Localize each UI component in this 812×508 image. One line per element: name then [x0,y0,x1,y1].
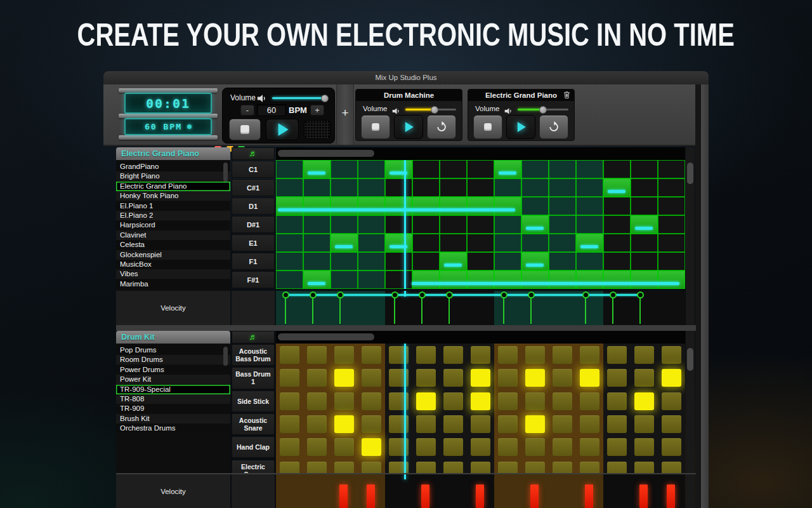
drum-row-label[interactable]: Acoustic Bass Drum [232,344,275,366]
piano-empty-cell[interactable] [576,215,603,234]
piano-empty-cell[interactable] [276,215,303,234]
loop-button[interactable] [539,115,568,139]
drum-pad[interactable] [307,415,327,433]
play-button[interactable] [506,115,535,139]
velocity-bar[interactable] [639,485,648,508]
drum-pad[interactable] [580,392,599,410]
playhead[interactable] [404,344,406,473]
trash-icon[interactable] [563,91,570,102]
velocity-marker[interactable] [310,291,317,298]
piano-empty-cell[interactable] [549,160,576,178]
drum-pad[interactable] [634,438,654,456]
bpm-decrease-button[interactable]: - [240,105,254,116]
piano-note-cell[interactable] [385,160,412,178]
drum-pad[interactable] [471,462,490,474]
drum-pad[interactable] [280,462,299,474]
piano-empty-cell[interactable] [358,271,385,289]
drum-pad[interactable] [334,462,354,474]
piano-note-cell[interactable] [440,252,467,271]
velocity-bar[interactable] [476,485,484,508]
drum-pad[interactable] [307,346,327,364]
drum-pad[interactable] [553,462,572,474]
piano-note-cell[interactable] [521,215,549,234]
piano-note-cell[interactable] [658,271,685,289]
drum-pad[interactable] [443,438,463,456]
piano-note-cell[interactable] [358,197,385,215]
drum-pad[interactable] [662,438,681,456]
drum-pad[interactable] [553,346,572,364]
piano-note-cell[interactable] [494,160,521,178]
piano-empty-cell[interactable] [440,234,467,252]
list-item[interactable]: Celesta [116,240,230,250]
drum-pad[interactable] [416,462,436,474]
drum-pad[interactable] [553,438,572,456]
piano-empty-cell[interactable] [303,234,331,252]
piano-note-cell[interactable] [603,271,631,289]
piano-note-cell[interactable] [412,271,440,289]
piano-empty-cell[interactable] [603,197,631,215]
velocity-marker-stem[interactable] [394,298,395,324]
piano-note-cell[interactable] [494,271,521,289]
piano-empty-cell[interactable] [412,178,440,197]
list-item[interactable]: Honky Tonk Piano [116,191,230,201]
piano-empty-cell[interactable] [358,215,385,234]
piano-empty-cell[interactable] [358,160,385,178]
piano-empty-cell[interactable] [631,197,658,215]
drum-pad[interactable] [553,415,572,433]
drum-vscroll-thumb[interactable] [687,348,693,371]
drum-pad[interactable] [443,462,463,474]
velocity-marker[interactable] [282,291,289,298]
piano-note-cell[interactable] [467,271,494,289]
loop-button[interactable] [427,115,456,139]
drum-pad-lit[interactable] [471,369,490,387]
velocity-marker-stem[interactable] [285,298,286,324]
drum-pad[interactable] [498,462,518,474]
piano-note-cell[interactable] [303,271,331,289]
drum-pad[interactable] [580,415,599,433]
piano-empty-cell[interactable] [549,234,576,252]
drum-pad-grid[interactable] [276,344,685,473]
drum-pad[interactable] [362,415,381,433]
piano-empty-cell[interactable] [521,197,549,215]
drum-pad-lit[interactable] [362,438,381,456]
piano-empty-cell[interactable] [467,252,494,271]
volume-knob[interactable] [431,106,438,114]
list-item[interactable]: Marimba [116,279,230,289]
list-item[interactable]: Pop Drums [116,345,230,355]
drum-pad[interactable] [662,346,681,364]
piano-note-cell[interactable] [631,215,658,234]
drum-pad[interactable] [607,415,627,433]
piano-empty-cell[interactable] [385,215,412,234]
drum-row-label[interactable]: Electric Snare [232,460,275,474]
play-button[interactable] [266,119,299,140]
drum-pad[interactable] [362,392,381,410]
velocity-bar[interactable] [367,485,375,508]
drum-pad[interactable] [634,462,654,474]
drum-pad[interactable] [553,369,572,387]
piano-empty-cell[interactable] [303,215,331,234]
velocity-marker[interactable] [582,291,589,298]
stop-button[interactable] [229,119,261,140]
velocity-marker-stem[interactable] [612,298,613,324]
drum-pad-lit[interactable] [525,369,545,387]
list-item[interactable]: GrandPiano [116,162,230,171]
piano-list-scrollbar[interactable] [223,163,228,182]
drum-pad[interactable] [634,415,654,433]
drum-pad[interactable] [498,346,518,364]
list-item[interactable]: Glockenspiel [116,250,230,260]
list-item[interactable]: TR-808 [116,394,230,404]
piano-empty-cell[interactable] [385,252,412,271]
drum-row-label[interactable]: Hand Clap [232,436,275,458]
drum-pad-lit[interactable] [334,415,354,433]
piano-empty-cell[interactable] [440,160,467,178]
piano-empty-cell[interactable] [494,178,521,197]
velocity-marker[interactable] [337,291,344,298]
list-item[interactable]: Vibes [116,269,230,279]
velocity-bar[interactable] [339,485,348,508]
bpm-increase-button[interactable]: + [310,105,324,116]
piano-empty-cell[interactable] [303,252,331,271]
drum-vscroll-track[interactable] [686,331,695,508]
drum-pad[interactable] [607,369,627,387]
piano-empty-cell[interactable] [276,252,303,271]
list-item[interactable]: El.Piano 2 [116,211,230,220]
